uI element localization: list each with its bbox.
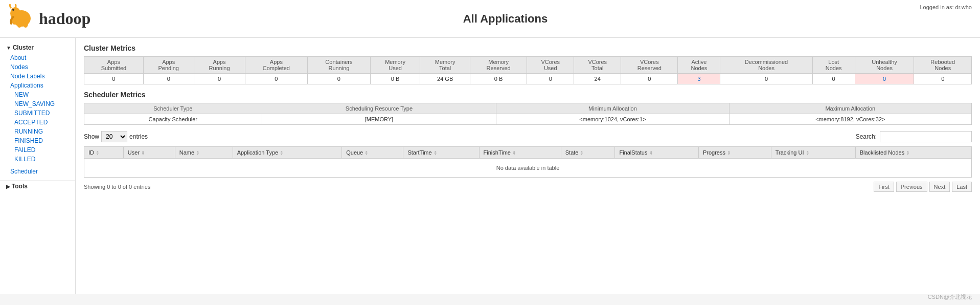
show-entries-area: Show 10 20 25 50 100 entries bbox=[84, 131, 148, 142]
col-scheduler-type: Scheduler Type bbox=[84, 103, 262, 114]
sidebar-item-accepted[interactable]: ACCEPTED bbox=[4, 118, 75, 127]
val-max-allocation: <memory:8192, vCores:32> bbox=[729, 114, 971, 125]
col-max-allocation: Maximum Allocation bbox=[729, 103, 971, 114]
cluster-metrics-table: AppsSubmitted AppsPending AppsRunning Ap… bbox=[84, 56, 972, 84]
sidebar-item-nodes[interactable]: Nodes bbox=[0, 62, 75, 72]
col-user[interactable]: User ⇕ bbox=[123, 147, 175, 159]
sidebar-item-scheduler[interactable]: Scheduler bbox=[0, 167, 75, 176]
col-application-type[interactable]: Application Type ⇕ bbox=[233, 147, 342, 159]
sidebar-item-submitted[interactable]: SUBMITTED bbox=[4, 108, 75, 118]
no-data-message: No data available in table bbox=[84, 159, 972, 178]
col-min-allocation: Minimum Allocation bbox=[496, 103, 729, 114]
scheduler-metrics-table: Scheduler Type Scheduling Resource Type … bbox=[84, 103, 972, 125]
cluster-metrics-title: Cluster Metrics bbox=[84, 44, 972, 52]
col-tracking-ui[interactable]: Tracking UI ⇕ bbox=[771, 147, 855, 159]
sort-finishtime-icon: ⇕ bbox=[512, 150, 516, 156]
watermark: CSDN@介北视花 bbox=[928, 293, 972, 294]
val-apps-running: 0 bbox=[194, 74, 245, 84]
entries-label: entries bbox=[129, 133, 148, 140]
val-apps-submitted: 0 bbox=[84, 74, 144, 84]
col-containers-running: ContainersRunning bbox=[308, 57, 371, 74]
page-title: All Applications bbox=[90, 12, 920, 26]
pagination: First Previous Next Last bbox=[874, 182, 972, 192]
search-area: Search: bbox=[856, 131, 972, 142]
col-blacklisted-nodes[interactable]: Blacklisted Nodes ⇕ bbox=[855, 147, 971, 159]
table-controls: Show 10 20 25 50 100 entries Search: bbox=[84, 131, 972, 142]
val-scheduling-resource: [MEMORY] bbox=[262, 114, 496, 125]
col-progress[interactable]: Progress ⇕ bbox=[698, 147, 771, 159]
sidebar-cluster-header[interactable]: Cluster bbox=[0, 42, 75, 53]
pagination-next[interactable]: Next bbox=[929, 182, 950, 192]
sort-progress-icon: ⇕ bbox=[727, 150, 731, 156]
val-lost-nodes: 0 bbox=[812, 74, 855, 84]
login-info: Logged in as: dr.who bbox=[920, 4, 972, 10]
col-final-status[interactable]: FinalStatus ⇕ bbox=[615, 147, 698, 159]
col-finish-time[interactable]: FinishTime ⇕ bbox=[479, 147, 561, 159]
sidebar-item-running[interactable]: RUNNING bbox=[4, 127, 75, 136]
val-rebooted-nodes: 0 bbox=[914, 74, 972, 84]
show-label: Show bbox=[84, 133, 99, 140]
sort-id-icon: ⇕ bbox=[96, 150, 100, 156]
col-state[interactable]: State ⇕ bbox=[561, 147, 615, 159]
logo-area: hadoop bbox=[8, 4, 90, 33]
val-memory-used: 0 B bbox=[370, 74, 420, 84]
sort-blacklisted-icon: ⇕ bbox=[906, 150, 910, 156]
col-name[interactable]: Name ⇕ bbox=[175, 147, 233, 159]
col-active-nodes: ActiveNodes bbox=[678, 57, 720, 74]
svg-point-6 bbox=[12, 9, 14, 11]
search-input[interactable] bbox=[880, 131, 972, 142]
sidebar-tools-header[interactable]: Tools bbox=[0, 180, 75, 192]
col-decommissioned-nodes: DecommissionedNodes bbox=[720, 57, 812, 74]
pagination-first[interactable]: First bbox=[874, 182, 894, 192]
header: hadoop All Applications Logged in as: dr… bbox=[0, 0, 980, 38]
col-rebooted-nodes: RebootedNodes bbox=[914, 57, 972, 74]
col-start-time[interactable]: StartTime ⇕ bbox=[403, 147, 479, 159]
sort-trackingui-icon: ⇕ bbox=[806, 150, 810, 156]
sort-apptype-icon: ⇕ bbox=[280, 150, 284, 156]
val-vcores-used: 0 bbox=[527, 74, 574, 84]
svg-point-5 bbox=[23, 19, 28, 28]
val-containers-running: 0 bbox=[308, 74, 371, 84]
sidebar-item-killed[interactable]: KILLED bbox=[4, 155, 75, 164]
showing-info: Showing 0 to 0 of 0 entries bbox=[84, 184, 150, 190]
val-memory-reserved: 0 B bbox=[470, 74, 527, 84]
sidebar-app-submenu: NEW NEW_SAVING SUBMITTED ACCEPTED RUNNIN… bbox=[0, 90, 75, 164]
table-footer: Showing 0 to 0 of 0 entries First Previo… bbox=[84, 180, 972, 192]
col-id[interactable]: ID ⇕ bbox=[84, 147, 124, 159]
col-scheduling-resource: Scheduling Resource Type bbox=[262, 103, 496, 114]
sort-name-icon: ⇕ bbox=[196, 150, 200, 156]
sidebar-item-node-labels[interactable]: Node Labels bbox=[0, 72, 75, 81]
sidebar-item-applications[interactable]: Applications bbox=[0, 81, 75, 90]
col-apps-pending: AppsPending bbox=[143, 57, 194, 74]
pagination-previous[interactable]: Previous bbox=[896, 182, 927, 192]
sidebar-item-about[interactable]: About bbox=[0, 53, 75, 62]
entries-select[interactable]: 10 20 25 50 100 bbox=[101, 131, 127, 142]
scheduler-metrics-title: Scheduler Metrics bbox=[84, 91, 972, 99]
val-apps-pending: 0 bbox=[143, 74, 194, 84]
sort-queue-icon: ⇕ bbox=[364, 150, 369, 156]
svg-point-4 bbox=[17, 19, 22, 28]
col-apps-completed: AppsCompleted bbox=[245, 57, 308, 74]
layout: Cluster About Nodes Node Labels Applicat… bbox=[0, 38, 980, 294]
col-apps-submitted: AppsSubmitted bbox=[84, 57, 144, 74]
val-scheduler-type: Capacity Scheduler bbox=[84, 114, 262, 125]
col-memory-total: MemoryTotal bbox=[420, 57, 470, 74]
sidebar-item-failed[interactable]: FAILED bbox=[4, 145, 75, 155]
sidebar-item-new[interactable]: NEW bbox=[4, 90, 75, 99]
cluster-metrics-wrapper: AppsSubmitted AppsPending AppsRunning Ap… bbox=[84, 56, 972, 84]
pagination-last[interactable]: Last bbox=[952, 182, 972, 192]
search-label: Search: bbox=[856, 133, 877, 140]
sidebar-item-new-saving[interactable]: NEW_SAVING bbox=[4, 99, 75, 108]
sort-user-icon: ⇕ bbox=[141, 150, 145, 156]
col-queue[interactable]: Queue ⇕ bbox=[342, 147, 403, 159]
val-unhealthy-nodes[interactable]: 0 bbox=[855, 74, 914, 84]
hadoop-logo-text: hadoop bbox=[39, 9, 90, 28]
val-active-nodes[interactable]: 3 bbox=[678, 74, 720, 84]
sidebar-item-finished[interactable]: FINISHED bbox=[4, 136, 75, 145]
col-memory-reserved: MemoryReserved bbox=[470, 57, 527, 74]
col-vcores-used: VCoresUsed bbox=[527, 57, 574, 74]
sort-starttime-icon: ⇕ bbox=[434, 150, 438, 156]
sort-state-icon: ⇕ bbox=[580, 150, 584, 156]
col-unhealthy-nodes: UnhealthyNodes bbox=[855, 57, 914, 74]
col-vcores-total: VCoresTotal bbox=[574, 57, 621, 74]
